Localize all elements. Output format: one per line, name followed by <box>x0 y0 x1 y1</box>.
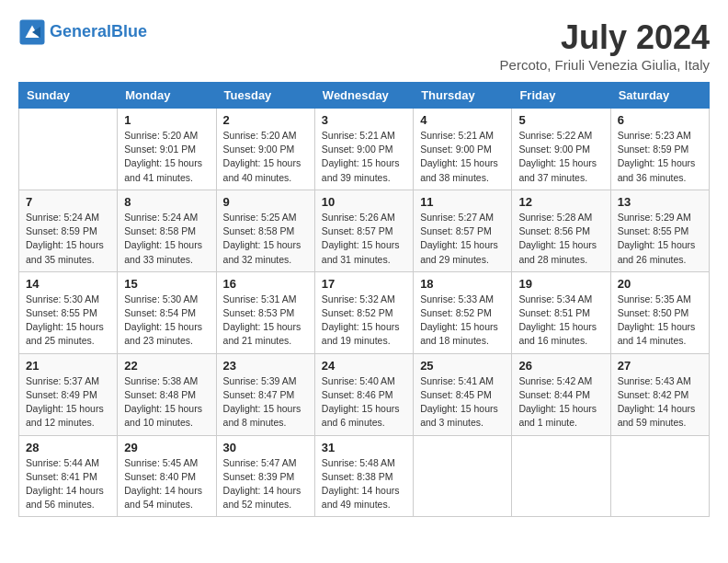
title-area: July 2024 Percoto, Friuli Venezia Giulia… <box>500 18 710 73</box>
weekday-header-tuesday: Tuesday <box>216 83 314 109</box>
calendar-cell: 6 Sunrise: 5:23 AMSunset: 8:59 PMDayligh… <box>610 109 709 190</box>
day-info: Sunrise: 5:24 AMSunset: 8:58 PMDaylight:… <box>124 211 209 267</box>
day-number: 11 <box>420 195 505 209</box>
day-info: Sunrise: 5:41 AMSunset: 8:45 PMDaylight:… <box>420 374 505 431</box>
day-info: Sunrise: 5:29 AMSunset: 8:55 PMDaylight:… <box>618 211 702 267</box>
weekday-header-saturday: Saturday <box>610 83 709 109</box>
calendar-week-1: 1 Sunrise: 5:20 AMSunset: 9:01 PMDayligh… <box>19 109 710 190</box>
calendar-cell: 15 Sunrise: 5:30 AMSunset: 8:54 PMDaylig… <box>118 271 216 353</box>
calendar-cell: 7 Sunrise: 5:24 AMSunset: 8:59 PMDayligh… <box>19 190 118 271</box>
calendar-week-5: 28 Sunrise: 5:44 AMSunset: 8:41 PMDaylig… <box>19 435 710 517</box>
day-info: Sunrise: 5:48 AMSunset: 8:38 PMDaylight:… <box>322 456 406 512</box>
day-info: Sunrise: 5:22 AMSunset: 9:00 PMDaylight:… <box>518 129 603 185</box>
day-number: 22 <box>124 359 209 373</box>
day-info: Sunrise: 5:20 AMSunset: 9:01 PMDaylight:… <box>124 129 209 185</box>
calendar-week-3: 14 Sunrise: 5:30 AMSunset: 8:55 PMDaylig… <box>19 271 710 353</box>
day-number: 10 <box>322 195 406 209</box>
weekday-header-friday: Friday <box>512 83 610 109</box>
day-info: Sunrise: 5:23 AMSunset: 8:59 PMDaylight:… <box>618 129 702 185</box>
day-number: 13 <box>618 195 702 209</box>
calendar-body: 1 Sunrise: 5:20 AMSunset: 9:01 PMDayligh… <box>19 109 710 517</box>
day-info: Sunrise: 5:26 AMSunset: 8:57 PMDaylight:… <box>322 211 406 267</box>
day-info: Sunrise: 5:34 AMSunset: 8:51 PMDaylight:… <box>518 293 603 349</box>
day-number: 4 <box>420 113 505 127</box>
calendar-cell: 9 Sunrise: 5:25 AMSunset: 8:58 PMDayligh… <box>216 190 314 271</box>
calendar-table: SundayMondayTuesdayWednesdayThursdayFrid… <box>18 82 710 517</box>
day-number: 7 <box>26 195 110 209</box>
day-number: 3 <box>322 113 406 127</box>
weekday-header-sunday: Sunday <box>19 83 118 109</box>
day-info: Sunrise: 5:43 AMSunset: 8:42 PMDaylight:… <box>618 374 702 431</box>
day-info: Sunrise: 5:44 AMSunset: 8:41 PMDaylight:… <box>26 456 110 512</box>
weekday-header-thursday: Thursday <box>414 83 512 109</box>
day-number: 15 <box>124 277 209 291</box>
calendar-week-4: 21 Sunrise: 5:37 AMSunset: 8:49 PMDaylig… <box>19 353 710 435</box>
calendar-week-2: 7 Sunrise: 5:24 AMSunset: 8:59 PMDayligh… <box>19 190 710 271</box>
day-number: 28 <box>26 441 110 454</box>
day-info: Sunrise: 5:21 AMSunset: 9:00 PMDaylight:… <box>420 129 505 185</box>
day-info: Sunrise: 5:40 AMSunset: 8:46 PMDaylight:… <box>322 374 406 431</box>
calendar-cell: 2 Sunrise: 5:20 AMSunset: 9:00 PMDayligh… <box>216 109 314 190</box>
calendar-cell: 1 Sunrise: 5:20 AMSunset: 9:01 PMDayligh… <box>118 109 216 190</box>
day-number: 12 <box>518 195 603 209</box>
calendar-cell: 3 Sunrise: 5:21 AMSunset: 9:00 PMDayligh… <box>314 109 413 190</box>
calendar-cell: 23 Sunrise: 5:39 AMSunset: 8:47 PMDaylig… <box>216 353 314 435</box>
calendar-cell: 11 Sunrise: 5:27 AMSunset: 8:57 PMDaylig… <box>414 190 512 271</box>
calendar-cell: 31 Sunrise: 5:48 AMSunset: 8:38 PMDaylig… <box>314 435 413 517</box>
day-info: Sunrise: 5:20 AMSunset: 9:00 PMDaylight:… <box>223 129 308 185</box>
day-info: Sunrise: 5:30 AMSunset: 8:54 PMDaylight:… <box>124 293 209 349</box>
day-info: Sunrise: 5:21 AMSunset: 9:00 PMDaylight:… <box>322 129 406 185</box>
calendar-cell: 24 Sunrise: 5:40 AMSunset: 8:46 PMDaylig… <box>314 353 413 435</box>
day-info: Sunrise: 5:39 AMSunset: 8:47 PMDaylight:… <box>223 374 308 431</box>
day-number: 26 <box>518 359 603 373</box>
logo-icon <box>18 18 46 46</box>
page-header: GeneralBlue July 2024 Percoto, Friuli Ve… <box>18 18 710 73</box>
day-number: 19 <box>518 277 603 291</box>
calendar-cell <box>19 109 118 190</box>
calendar-cell: 13 Sunrise: 5:29 AMSunset: 8:55 PMDaylig… <box>610 190 709 271</box>
calendar-cell: 12 Sunrise: 5:28 AMSunset: 8:56 PMDaylig… <box>512 190 610 271</box>
weekday-header-wednesday: Wednesday <box>314 83 413 109</box>
day-info: Sunrise: 5:25 AMSunset: 8:58 PMDaylight:… <box>223 211 308 267</box>
logo-text: GeneralBlue <box>50 23 147 41</box>
weekday-header-row: SundayMondayTuesdayWednesdayThursdayFrid… <box>19 83 710 109</box>
day-info: Sunrise: 5:30 AMSunset: 8:55 PMDaylight:… <box>26 293 110 349</box>
day-number: 16 <box>223 277 308 291</box>
day-info: Sunrise: 5:27 AMSunset: 8:57 PMDaylight:… <box>420 211 505 267</box>
calendar-cell: 17 Sunrise: 5:32 AMSunset: 8:52 PMDaylig… <box>314 271 413 353</box>
day-number: 14 <box>26 277 110 291</box>
logo-line1: General <box>50 22 111 40</box>
calendar-cell: 30 Sunrise: 5:47 AMSunset: 8:39 PMDaylig… <box>216 435 314 517</box>
calendar-cell: 28 Sunrise: 5:44 AMSunset: 8:41 PMDaylig… <box>19 435 118 517</box>
day-info: Sunrise: 5:47 AMSunset: 8:39 PMDaylight:… <box>223 456 308 512</box>
day-info: Sunrise: 5:32 AMSunset: 8:52 PMDaylight:… <box>322 293 406 349</box>
day-number: 21 <box>26 359 110 373</box>
calendar-cell: 10 Sunrise: 5:26 AMSunset: 8:57 PMDaylig… <box>314 190 413 271</box>
calendar-cell: 27 Sunrise: 5:43 AMSunset: 8:42 PMDaylig… <box>610 353 709 435</box>
calendar-cell <box>414 435 512 517</box>
weekday-header-monday: Monday <box>118 83 216 109</box>
day-info: Sunrise: 5:38 AMSunset: 8:48 PMDaylight:… <box>124 374 209 431</box>
day-number: 5 <box>518 113 603 127</box>
calendar-cell: 16 Sunrise: 5:31 AMSunset: 8:53 PMDaylig… <box>216 271 314 353</box>
day-number: 29 <box>124 441 209 454</box>
calendar-cell: 14 Sunrise: 5:30 AMSunset: 8:55 PMDaylig… <box>19 271 118 353</box>
calendar-cell: 22 Sunrise: 5:38 AMSunset: 8:48 PMDaylig… <box>118 353 216 435</box>
logo: GeneralBlue <box>18 18 147 46</box>
day-number: 17 <box>322 277 406 291</box>
calendar-cell: 4 Sunrise: 5:21 AMSunset: 9:00 PMDayligh… <box>414 109 512 190</box>
day-number: 24 <box>322 359 406 373</box>
day-info: Sunrise: 5:24 AMSunset: 8:59 PMDaylight:… <box>26 211 110 267</box>
day-number: 25 <box>420 359 505 373</box>
day-info: Sunrise: 5:33 AMSunset: 8:52 PMDaylight:… <box>420 293 505 349</box>
day-number: 1 <box>124 113 209 127</box>
calendar-cell: 18 Sunrise: 5:33 AMSunset: 8:52 PMDaylig… <box>414 271 512 353</box>
location-title: Percoto, Friuli Venezia Giulia, Italy <box>500 57 710 73</box>
calendar-cell: 21 Sunrise: 5:37 AMSunset: 8:49 PMDaylig… <box>19 353 118 435</box>
day-number: 6 <box>618 113 702 127</box>
day-info: Sunrise: 5:35 AMSunset: 8:50 PMDaylight:… <box>618 293 702 349</box>
day-info: Sunrise: 5:28 AMSunset: 8:56 PMDaylight:… <box>518 211 603 267</box>
day-number: 18 <box>420 277 505 291</box>
day-info: Sunrise: 5:31 AMSunset: 8:53 PMDaylight:… <box>223 293 308 349</box>
calendar-cell: 29 Sunrise: 5:45 AMSunset: 8:40 PMDaylig… <box>118 435 216 517</box>
